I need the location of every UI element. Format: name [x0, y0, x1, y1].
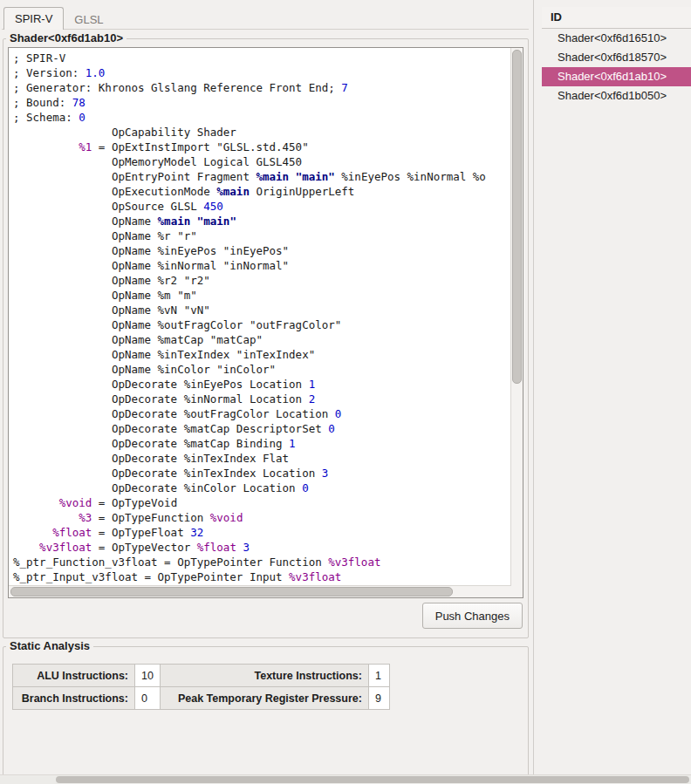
- window-horizontal-scrollbar[interactable]: [0, 774, 691, 784]
- code-line: OpDecorate %inNormal Location 2: [13, 392, 511, 406]
- push-changes-button[interactable]: Push Changes: [422, 603, 523, 629]
- alu-instructions-label: ALU Instructions:: [13, 665, 135, 687]
- branch-instructions-value: 0: [135, 687, 161, 710]
- code-line: OpName %inEyePos "inEyePos": [13, 243, 511, 258]
- code-line: OpName %vN "vN": [13, 303, 511, 317]
- vertical-scrollbar-thumb[interactable]: [512, 50, 522, 384]
- code-line: OpSource GLSL 450: [13, 199, 511, 214]
- code-line: OpMemoryModel Logical GLSL450: [13, 154, 511, 169]
- shader-id-item[interactable]: Shader<0xf6d1b050>: [542, 86, 691, 106]
- code-line: OpName %matCap "matCap": [13, 332, 511, 347]
- shader-id-item[interactable]: Shader<0xf6d16510>: [542, 29, 691, 48]
- editor-vertical-scrollbar[interactable]: [510, 48, 523, 586]
- texture-instructions-value: 1: [368, 665, 389, 687]
- code-line: %1 = OpExtInstImport "GLSL.std.450": [13, 140, 511, 154]
- editor-horizontal-scrollbar[interactable]: [9, 585, 511, 597]
- shader-id-tree: ID Shader<0xf6d16510>Shader<0xf6d18570>S…: [542, 7, 691, 106]
- texture-instructions-label: Texture Instructions:: [160, 665, 368, 687]
- code-line: OpDecorate %matCap DescriptorSet 0: [13, 421, 511, 436]
- code-line: OpName %inNormal "inNormal": [13, 258, 511, 273]
- static-analysis-table: ALU Instructions: 10 Texture Instruction…: [12, 664, 390, 710]
- code-line: %void = OpTypeVoid: [13, 495, 511, 510]
- code-line: OpDecorate %outFragColor Location 0: [13, 406, 511, 421]
- table-row: Branch Instructions: 0 Peak Temporary Re…: [13, 687, 390, 710]
- code-line: OpDecorate %inTexIndex Location 3: [13, 466, 511, 481]
- register-pressure-label: Peak Temporary Register Pressure:: [160, 687, 368, 710]
- shader-id-panel: ID Shader<0xf6d16510>Shader<0xf6d18570>S…: [533, 0, 691, 774]
- branch-instructions-label: Branch Instructions:: [13, 687, 135, 710]
- shader-id-list: Shader<0xf6d16510>Shader<0xf6d18570>Shad…: [542, 29, 691, 106]
- window-scrollbar-thumb[interactable]: [56, 776, 689, 783]
- code-line: ; Bound: 78: [13, 95, 511, 110]
- code-line: OpEntryPoint Fragment %main "main" %inEy…: [13, 169, 511, 184]
- code-line: %3 = OpTypeFunction %void: [13, 510, 511, 525]
- code-line: %v3float = OpTypeVector %float 3: [13, 540, 511, 555]
- code-line: ; Schema: 0: [13, 110, 511, 125]
- static-analysis-title: Static Analysis: [6, 639, 93, 652]
- code-line: OpName %r2 "r2": [13, 273, 511, 288]
- static-analysis-groupbox: Static Analysis ALU Instructions: 10 Tex…: [3, 646, 529, 778]
- tab-spirv[interactable]: SPIR-V: [3, 7, 64, 30]
- code-line: %_ptr_Function_v3float = OpTypePointer F…: [13, 555, 511, 569]
- shader-groupbox-title: Shader<0xf6d1ab10>: [6, 31, 127, 44]
- scrollbar-corner: [511, 586, 523, 597]
- code-line: OpName %inColor "inColor": [13, 362, 511, 377]
- shader-id-item[interactable]: Shader<0xf6d1ab10>: [542, 67, 691, 86]
- shader-viewer-panel: SPIR-V GLSL Shader<0xf6d1ab10> ; SPIR-V;…: [0, 0, 530, 774]
- code-line: OpDecorate %inColor Location 0: [13, 481, 511, 495]
- code-line: ; Version: 1.0: [13, 65, 511, 80]
- spirv-code-editor[interactable]: ; SPIR-V; Version: 1.0; Generator: Khron…: [8, 47, 523, 598]
- code-line: OpName %main "main": [13, 214, 511, 228]
- tab-glsl[interactable]: GLSL: [64, 9, 113, 30]
- alu-instructions-value: 10: [135, 665, 161, 687]
- code-line: OpDecorate %inEyePos Location 1: [13, 377, 511, 392]
- code-line: OpDecorate %matCap Binding 1: [13, 436, 511, 451]
- id-column-header[interactable]: ID: [542, 7, 691, 29]
- code-line: %_ptr_Input_v3float = OpTypePointer Inpu…: [13, 569, 511, 584]
- code-line: OpName %r "r": [13, 228, 511, 243]
- table-row: ALU Instructions: 10 Texture Instruction…: [13, 665, 390, 687]
- code-line: OpCapability Shader: [13, 125, 511, 140]
- shader-format-tabbar: SPIR-V GLSL: [3, 8, 114, 30]
- shader-groupbox: Shader<0xf6d1ab10> ; SPIR-V; Version: 1.…: [3, 38, 529, 638]
- code-line: ; SPIR-V: [13, 51, 511, 65]
- code-line: ; Generator: Khronos Glslang Reference F…: [13, 80, 511, 95]
- code-line: OpName %m "m": [13, 288, 511, 303]
- horizontal-scrollbar-thumb[interactable]: [10, 587, 453, 597]
- code-line: %float = OpTypeFloat 32: [13, 525, 511, 540]
- code-text[interactable]: ; SPIR-V; Version: 1.0; Generator: Khron…: [9, 48, 511, 586]
- register-pressure-value: 9: [368, 687, 389, 710]
- code-line: OpExecutionMode %main OriginUpperLeft: [13, 184, 511, 199]
- code-line: OpName %inTexIndex "inTexIndex": [13, 347, 511, 362]
- shader-id-item[interactable]: Shader<0xf6d18570>: [542, 48, 691, 67]
- code-line: OpDecorate %inTexIndex Flat: [13, 451, 511, 466]
- code-line: OpName %outFragColor "outFragColor": [13, 317, 511, 332]
